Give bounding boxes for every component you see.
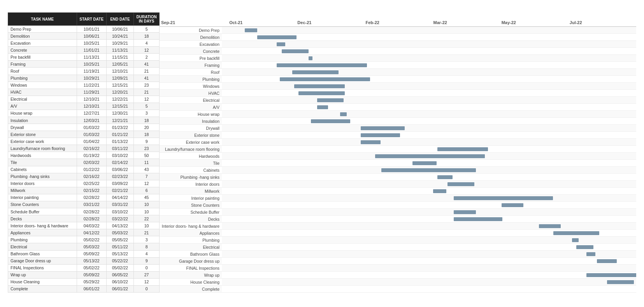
gantt-row-label: Bathroom Glass xyxy=(160,251,222,258)
gantt-bar xyxy=(539,224,561,228)
table-row: Decks 02/28/22 03/22/22 22 xyxy=(8,215,160,222)
gantt-bar-row xyxy=(222,167,636,174)
table-row: Cabinets 01/22/22 03/06/22 43 xyxy=(8,166,160,173)
gantt-row-label: Plumbing xyxy=(160,237,222,244)
gantt-bar xyxy=(282,49,308,53)
gantt-row-label: Interior doors xyxy=(160,181,222,188)
gantt-bar xyxy=(311,119,350,123)
gantt-row-label: A/V xyxy=(160,104,222,111)
gantt-row-label: FINAL Inspections xyxy=(160,265,222,272)
gantt-bar-row xyxy=(222,27,636,34)
gantt-bar xyxy=(361,126,405,130)
gantt-row-label: Decks xyxy=(160,216,222,223)
gantt-bar-row xyxy=(222,153,636,160)
table-row: Laundry/furnace room flooring 02/16/22 0… xyxy=(8,145,160,152)
gantt-bar xyxy=(607,280,633,284)
gantt-row-label: Exterior stone xyxy=(160,132,222,139)
gantt-bar xyxy=(317,98,344,102)
table-row: Roof 11/19/21 12/10/21 21 xyxy=(8,68,160,75)
gantt-bar xyxy=(412,161,437,165)
gantt-bar-row xyxy=(222,62,636,69)
gantt-bar-row xyxy=(222,34,636,41)
table-row: Electrical 05/03/22 05/11/22 8 xyxy=(8,243,160,250)
col-header-end: END DATE xyxy=(106,13,134,26)
gantt-row-label: Hardwoods xyxy=(160,153,222,160)
gantt-row-label: Pre backfill xyxy=(160,55,222,62)
gantt-bar xyxy=(586,252,595,256)
gantt-bar-row xyxy=(222,202,636,209)
gantt-bar-row xyxy=(222,83,636,90)
table-row: Electrical 12/10/21 12/22/21 12 xyxy=(8,96,160,103)
gantt-bar xyxy=(437,175,453,179)
table-row: Demolition 10/06/21 10/24/21 18 xyxy=(8,33,160,40)
gantt-bar-row xyxy=(222,90,636,97)
gantt-row-label: Roof xyxy=(160,69,222,76)
gantt-bar xyxy=(381,168,476,172)
gantt-row-label: Laundry/furnace room flooring xyxy=(160,146,222,153)
gantt-bar-row xyxy=(222,104,636,111)
table-row: Windows 11/22/21 12/15/21 23 xyxy=(8,82,160,89)
gantt-bar-row xyxy=(222,118,636,125)
table-row: Hardwoods 01/19/22 03/10/22 50 xyxy=(8,152,160,159)
gantt-row-label: Insulation xyxy=(160,118,222,125)
gantt-bar xyxy=(245,28,257,32)
table-row: Schedule Buffer 02/28/22 03/10/22 10 xyxy=(8,208,160,215)
table-row: Garage Door dress up 05/13/22 05/22/22 9 xyxy=(8,257,160,264)
gantt-row-label: House wrap xyxy=(160,111,222,118)
gantt-row-label: Framing xyxy=(160,62,222,69)
col-header-dur: DURATIONIN DAYS xyxy=(134,13,160,26)
gantt-row-label: Schedule Buffer xyxy=(160,209,222,216)
gantt-bar xyxy=(454,196,553,200)
col-header-name: TASK NAME xyxy=(8,13,77,26)
gantt-bar xyxy=(447,182,474,186)
gantt-row-label: Cabinets xyxy=(160,167,222,174)
table-row: Millwork 02/15/22 02/21/22 6 xyxy=(8,187,160,194)
gantt-bar xyxy=(433,189,446,193)
gantt-bar-row xyxy=(222,265,636,272)
gantt-bar xyxy=(454,217,502,221)
gantt-bar-row xyxy=(222,132,636,139)
gantt-bar-row xyxy=(222,181,636,188)
table-row: Pre backfill 11/13/21 11/15/21 2 xyxy=(8,54,160,61)
gantt-bar xyxy=(375,154,485,158)
gantt-row-label: Demo Prep xyxy=(160,27,222,34)
gantt-row-label: Complete xyxy=(160,286,222,293)
gantt-bar xyxy=(502,203,523,207)
gantt-bar-row xyxy=(222,139,636,146)
table-row: Framing 10/25/21 12/05/21 41 xyxy=(8,61,160,68)
gantt-month-label: Mar-22 xyxy=(432,20,447,25)
gantt-row-label: Windows xyxy=(160,83,222,90)
table-row: Interior doors 02/25/22 03/09/22 12 xyxy=(8,180,160,187)
gantt-bar xyxy=(576,245,594,249)
gantt-row-label: House Cleaning xyxy=(160,279,222,286)
table-row: FINAL Inspections 05/02/22 05/02/22 0 xyxy=(8,264,160,271)
gantt-bar-row xyxy=(222,76,636,83)
table-row: Tile 02/03/22 02/14/22 11 xyxy=(8,159,160,166)
gantt-bar-row xyxy=(222,237,636,244)
gantt-row-label: Demolition xyxy=(160,34,222,41)
table-row: House Cleaning 05/29/22 06/10/22 12 xyxy=(8,278,160,285)
gantt-bar-row xyxy=(222,216,636,223)
gantt-bar-row xyxy=(222,125,636,132)
gantt-month-label: Dec-21 xyxy=(296,20,311,25)
gantt-row-label: Exterior case work xyxy=(160,139,222,146)
gantt-bar xyxy=(597,259,617,263)
table-row: Demo Prep 10/01/21 10/06/21 5 xyxy=(8,26,160,33)
gantt-bar-row xyxy=(222,279,636,286)
gantt-bar xyxy=(586,273,636,277)
gantt-bar-row xyxy=(222,69,636,76)
gantt-month-label: Feb-22 xyxy=(364,20,379,25)
table-row: Appliances 04/12/22 05/03/22 21 xyxy=(8,229,160,236)
gantt-row-label: Plumbing -hang sinks xyxy=(160,174,222,181)
table-row: Plumbing 10/29/21 12/09/21 41 xyxy=(8,75,160,82)
gantt-bar-row xyxy=(222,55,636,62)
table-row: Complete 06/01/22 06/01/22 0 xyxy=(8,285,160,292)
table-row: Bathroom Glass 05/09/22 05/13/22 4 xyxy=(8,250,160,257)
gantt-bar-row xyxy=(222,230,636,237)
gantt-month-label: May-22 xyxy=(500,20,516,25)
gantt-bar-row xyxy=(222,251,636,258)
table-row: Plumbing 05/02/22 05/05/22 3 xyxy=(8,236,160,243)
gantt-row-label: HVAC xyxy=(160,90,222,97)
gantt-month-label: Jul-22 xyxy=(568,20,582,25)
table-row: House wrap 12/27/21 12/30/21 3 xyxy=(8,110,160,117)
